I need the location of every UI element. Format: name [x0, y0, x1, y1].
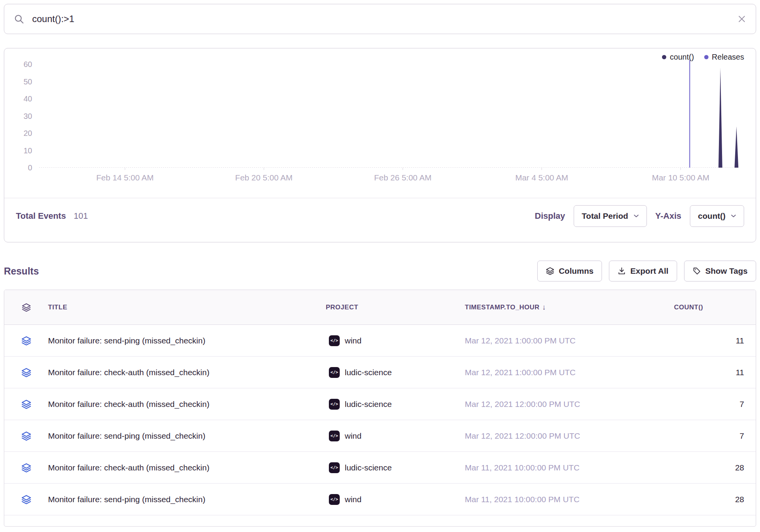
column-header-project[interactable]: PROJECT — [326, 304, 465, 311]
timestamp-cell: Mar 12, 2021 1:00:00 PM UTC — [465, 368, 674, 377]
table-row[interactable]: Monitor failure: check-auth (missed_chec… — [4, 357, 756, 388]
column-header-count[interactable]: COUNT() — [674, 304, 744, 311]
x-axis-tick-label: Feb 14 5:00 AM — [96, 173, 154, 182]
x-axis-tick-label: Mar 10 5:00 AM — [652, 173, 709, 182]
project-cell: </> ludic-science — [326, 462, 465, 473]
download-icon — [617, 267, 626, 275]
count-cell: 7 — [674, 400, 744, 409]
project-name: wind — [345, 495, 361, 504]
column-header-timestamp-label: TIMESTAMP.TO_HOUR — [465, 304, 540, 311]
project-cell: </> ludic-science — [326, 399, 465, 410]
table-row[interactable]: Monitor failure: send-ping (missed_check… — [4, 420, 756, 452]
column-header-project-label: PROJECT — [326, 304, 358, 311]
sort-desc-icon: ↓ — [542, 303, 546, 312]
event-title-link[interactable]: Monitor failure: check-auth (missed_chec… — [48, 368, 326, 377]
stack-icon — [4, 463, 48, 473]
results-table: TITLE PROJECT TIMESTAMP.TO_HOUR ↓ COUNT(… — [4, 290, 756, 527]
column-header-count-label: COUNT() — [674, 304, 703, 311]
yaxis-label: Y-Axis — [655, 211, 681, 221]
stack-icon — [4, 303, 48, 312]
project-icon: </> — [329, 462, 340, 473]
timestamp-cell: Mar 11, 2021 10:00:00 PM UTC — [465, 463, 674, 472]
layers-icon — [546, 267, 554, 275]
total-events: Total Events 101 — [16, 211, 88, 221]
y-axis-tick-label: 0 — [4, 163, 32, 173]
chevron-down-icon — [634, 215, 639, 218]
column-header-timestamp[interactable]: TIMESTAMP.TO_HOUR ↓ — [465, 303, 674, 312]
stack-icon — [4, 336, 48, 346]
display-label: Display — [535, 211, 565, 221]
project-icon: </> — [329, 367, 340, 378]
search-input[interactable] — [31, 13, 730, 25]
project-icon: </> — [329, 335, 340, 346]
columns-button-label: Columns — [559, 266, 593, 276]
timestamp-cell: Mar 12, 2021 1:00:00 PM UTC — [465, 336, 674, 345]
count-cell: 28 — [674, 495, 744, 504]
tag-icon — [693, 267, 701, 275]
count-cell: 11 — [674, 336, 744, 345]
table-header: TITLE PROJECT TIMESTAMP.TO_HOUR ↓ COUNT(… — [4, 290, 756, 325]
search-icon — [14, 14, 24, 24]
project-cell: </> ludic-science — [326, 367, 465, 378]
results-header-row: Results Columns — [4, 261, 756, 281]
show-tags-button[interactable]: Show Tags — [684, 261, 756, 281]
y-axis-tick-label: 50 — [4, 77, 32, 87]
chart-panel-footer: Total Events 101 Display Total Period Y-… — [4, 198, 756, 234]
search-bar[interactable] — [4, 4, 756, 34]
x-axis-tick-label: Feb 26 5:00 AM — [374, 173, 432, 182]
table-row[interactable]: Monitor failure: send-ping (missed_check… — [4, 484, 756, 515]
chart-area: 0102030405060 — [4, 58, 756, 168]
table-row[interactable]: Monitor failure: check-auth (missed_chec… — [4, 452, 756, 484]
columns-button[interactable]: Columns — [537, 261, 602, 281]
project-icon: </> — [329, 399, 340, 410]
show-tags-button-label: Show Tags — [705, 266, 748, 276]
table-row[interactable]: Monitor failure: send-ping (missed_check… — [4, 325, 756, 357]
event-title-link[interactable]: Monitor failure: check-auth (missed_chec… — [48, 463, 326, 472]
column-header-title-label: TITLE — [48, 304, 67, 311]
project-cell: </> wind — [326, 335, 465, 346]
discover-page: count()Releases 0102030405060 Feb 14 5:0… — [0, 0, 760, 530]
count-cell: 28 — [674, 463, 744, 472]
table-row[interactable]: Monitor failure: check-auth (missed_chec… — [4, 388, 756, 420]
project-name: ludic-science — [345, 368, 392, 377]
count-cell: 7 — [674, 431, 744, 441]
clear-icon[interactable] — [737, 14, 746, 24]
stack-icon — [4, 399, 48, 409]
timestamp-cell: Mar 12, 2021 12:00:00 PM UTC — [465, 431, 674, 441]
display-select[interactable]: Total Period — [574, 205, 647, 227]
chart-svg — [39, 59, 737, 168]
y-axis-tick-label: 20 — [4, 128, 32, 138]
chart-legend: count()Releases — [4, 48, 756, 58]
column-header-title[interactable]: TITLE — [48, 304, 326, 311]
total-events-value: 101 — [74, 211, 88, 221]
stack-icon — [4, 431, 48, 441]
event-title-link[interactable]: Monitor failure: send-ping (missed_check… — [48, 431, 326, 441]
project-name: ludic-science — [345, 463, 392, 472]
stack-icon — [4, 494, 48, 505]
event-title-link[interactable]: Monitor failure: check-auth (missed_chec… — [48, 400, 326, 409]
export-all-button[interactable]: Export All — [609, 261, 677, 281]
export-all-button-label: Export All — [630, 266, 668, 276]
project-icon: </> — [329, 494, 340, 505]
y-axis-labels: 0102030405060 — [4, 59, 32, 168]
project-name: wind — [345, 336, 361, 345]
events-chart-panel: count()Releases 0102030405060 Feb 14 5:0… — [4, 48, 756, 242]
results-heading: Results — [4, 266, 39, 277]
event-title-link[interactable]: Monitor failure: send-ping (missed_check… — [48, 336, 326, 345]
x-axis-labels: Feb 14 5:00 AMFeb 20 5:00 AMFeb 26 5:00 … — [39, 168, 737, 185]
timestamp-cell: Mar 12, 2021 12:00:00 PM UTC — [465, 400, 674, 409]
stack-icon — [4, 367, 48, 378]
project-name: wind — [345, 431, 361, 441]
results-toolbar: Columns Export All — [537, 261, 756, 281]
count-cell: 11 — [674, 368, 744, 377]
event-title-link[interactable]: Monitor failure: send-ping (missed_check… — [48, 495, 326, 504]
timestamp-cell: Mar 11, 2021 10:00:00 PM UTC — [465, 495, 674, 504]
project-name: ludic-science — [345, 400, 392, 409]
yaxis-select[interactable]: count() — [690, 205, 744, 227]
total-events-label: Total Events — [16, 211, 66, 221]
project-cell: </> wind — [326, 494, 465, 505]
chart-plot — [39, 59, 737, 168]
chevron-down-icon — [731, 215, 736, 218]
yaxis-select-value: count() — [698, 211, 726, 221]
table-body: Monitor failure: send-ping (missed_check… — [4, 325, 756, 515]
